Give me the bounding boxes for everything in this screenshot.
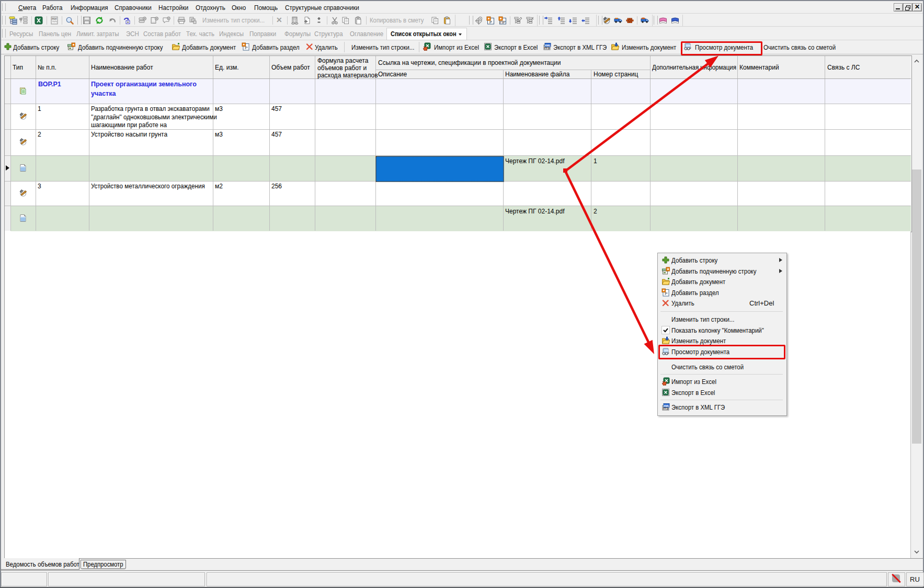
svg-text:P: P [489,20,492,25]
svg-text:ПР: ПР [500,20,505,25]
svg-text:PDF: PDF [52,17,57,20]
svg-text:ГГЭ: ГГЭ [544,47,550,50]
svg-text:ГГЭ: ГГЭ [663,407,668,410]
